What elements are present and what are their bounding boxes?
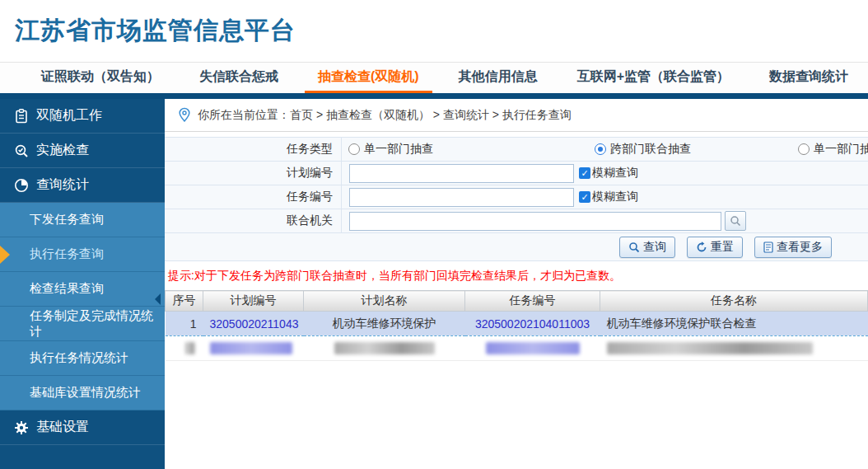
nav-tab-data-query-stats[interactable]: 数据查询统计 xyxy=(756,63,861,93)
sidebar-subitem-label: 检查结果查询 xyxy=(30,281,104,297)
task-no-fuzzy-checkbox[interactable]: ✓ 模糊查询 xyxy=(579,190,638,204)
radio-label: 单一部门抽查 xyxy=(364,142,433,157)
sidebar-subitem-inspection-result-query[interactable]: 检查结果查询 xyxy=(0,272,165,307)
sidebar-item-double-random-work[interactable]: 双随机工作 xyxy=(0,99,165,134)
sidebar-item-implement-inspection[interactable]: 实施检查 xyxy=(0,134,165,168)
pie-chart-icon xyxy=(13,177,30,194)
col-header-plan-no[interactable]: 计划编号 xyxy=(203,291,304,312)
sidebar: 双随机工作 实施检查 查询统计 下发任务查询 执行任务查询 检查结果查询 任务制… xyxy=(0,99,165,469)
radio-cross-department-joint[interactable]: 跨部门联合抽查 xyxy=(595,142,691,157)
document-icon xyxy=(763,242,773,253)
page-header: 江苏省市场监管信息平台 xyxy=(0,0,868,62)
nav-tab-license-linkage[interactable]: 证照联动（双告知） xyxy=(28,63,173,93)
radio-icon[interactable] xyxy=(348,143,360,155)
redacted-plan-name xyxy=(334,342,435,354)
gear-icon xyxy=(13,420,30,436)
table-header-row: 序号 计划编号 计划名称 任务编号 任务名称 xyxy=(166,291,868,312)
top-nav: 证照联动（双告知） 失信联合惩戒 抽查检查(双随机) 其他信用信息 互联网+监管… xyxy=(0,62,868,93)
sidebar-filler xyxy=(0,445,165,469)
form-row-task-type: 任务类型 单一部门抽查 跨部门联合抽查 单一部门抽查（下级检查） xyxy=(165,138,868,162)
col-header-task-name[interactable]: 任务名称 xyxy=(600,291,868,312)
query-form: 任务类型 单一部门抽查 跨部门联合抽查 单一部门抽查（下级检查） xyxy=(165,137,868,261)
sidebar-item-label: 查询统计 xyxy=(36,176,89,194)
radio-label: 单一部门抽查（下级检查） xyxy=(814,142,868,157)
fuzzy-label: 模糊查询 xyxy=(592,190,638,204)
col-header-task-no[interactable]: 任务编号 xyxy=(465,291,600,312)
sidebar-item-query-statistics[interactable]: 查询统计 xyxy=(0,168,165,203)
location-pin-icon xyxy=(178,107,191,123)
form-row-joint-org: 联合机关 xyxy=(165,209,868,233)
form-row-task-no: 任务编号 ✓ 模糊查询 xyxy=(165,185,868,209)
cell-seq: 1 xyxy=(166,312,203,336)
breadcrumb-text: 你所在当前位置：首页 > 抽查检查（双随机） > 查询统计 > 执行任务查询 xyxy=(198,108,572,123)
magnifier-icon xyxy=(730,215,741,227)
sidebar-subitem-label: 任务制定及完成情况统计 xyxy=(30,308,165,340)
checkbox-checked-icon[interactable]: ✓ xyxy=(579,167,590,179)
joint-org-input[interactable] xyxy=(349,212,721,231)
joint-org-search-button[interactable] xyxy=(725,211,746,231)
results-table: 序号 计划编号 计划名称 任务编号 任务名称 1 32050020211043 … xyxy=(165,290,868,361)
site-title: 江苏省市场监管信息平台 xyxy=(15,14,868,48)
refresh-icon xyxy=(696,242,707,253)
sidebar-subitem-label: 执行任务情况统计 xyxy=(30,350,128,366)
sidebar-subitem-base-library-stats[interactable]: 基础库设置情况统计 xyxy=(0,376,165,410)
clipboard-icon xyxy=(13,108,30,124)
col-header-plan-name[interactable]: 计划名称 xyxy=(304,291,465,312)
reset-button-label: 重置 xyxy=(711,240,734,255)
table-row-redacted[interactable] xyxy=(166,336,868,361)
cell-task-name: 机动车维修环境保护联合检查 xyxy=(600,312,868,336)
sidebar-subitem-label: 执行任务查询 xyxy=(30,246,104,262)
redacted-task-no xyxy=(486,342,580,354)
sidebar-item-basic-settings[interactable]: 基础设置 xyxy=(0,410,165,445)
redacted-task-name xyxy=(607,342,813,354)
task-no-label: 任务编号 xyxy=(165,185,342,209)
plan-no-label: 计划编号 xyxy=(165,162,342,185)
view-more-button[interactable]: 查看更多 xyxy=(754,237,832,258)
radio-label: 跨部门联合抽查 xyxy=(610,142,691,157)
fuzzy-label: 模糊查询 xyxy=(592,166,638,181)
task-no-input[interactable] xyxy=(349,188,574,207)
sidebar-subitem-task-completion-stats[interactable]: 任务制定及完成情况统计 xyxy=(0,307,165,341)
redacted-plan-no xyxy=(210,342,292,354)
sidebar-subitem-label: 下发任务查询 xyxy=(30,212,104,227)
plan-no-input[interactable] xyxy=(349,164,574,183)
sidebar-collapse-icon[interactable] xyxy=(155,293,161,305)
cell-plan-name: 机动车维修环境保护 xyxy=(304,312,465,336)
task-type-label: 任务类型 xyxy=(165,138,342,161)
sidebar-subitem-issued-task-query[interactable]: 下发任务查询 xyxy=(0,203,165,237)
col-header-seq[interactable]: 序号 xyxy=(166,291,203,312)
search-button[interactable]: 查询 xyxy=(619,237,675,258)
nav-tab-random-inspection[interactable]: 抽查检查(双随机) xyxy=(305,63,432,93)
plan-no-fuzzy-checkbox[interactable]: ✓ 模糊查询 xyxy=(579,166,638,181)
form-buttons-row: 查询 重置 查看更多 xyxy=(165,233,868,261)
form-row-plan-no: 计划编号 ✓ 模糊查询 xyxy=(165,162,868,185)
checkbox-checked-icon[interactable]: ✓ xyxy=(579,191,590,203)
radio-single-department-lower-level[interactable]: 单一部门抽查（下级检查） xyxy=(798,142,868,157)
main-content: 你所在当前位置：首页 > 抽查检查（双随机） > 查询统计 > 执行任务查询 任… xyxy=(165,99,868,469)
search-button-label: 查询 xyxy=(643,240,666,255)
breadcrumb: 你所在当前位置：首页 > 抽查检查（双随机） > 查询统计 > 执行任务查询 xyxy=(165,99,868,132)
sidebar-subitem-execute-task-query[interactable]: 执行任务查询 xyxy=(0,237,165,272)
active-arrow-icon xyxy=(0,246,10,264)
nav-tab-dishonesty-punishment[interactable]: 失信联合惩戒 xyxy=(186,63,292,93)
plan-no-link[interactable]: 32050020211043 xyxy=(210,317,299,331)
radio-single-department[interactable]: 单一部门抽查 xyxy=(348,142,433,157)
reset-button[interactable]: 重置 xyxy=(687,237,743,258)
nav-tab-internet-supervision[interactable]: 互联网+监管（联合监管） xyxy=(564,63,743,93)
nav-underline-bar xyxy=(0,93,868,99)
sidebar-subitem-label: 基础库设置情况统计 xyxy=(30,385,141,401)
nav-tab-other-credit-info[interactable]: 其他信用信息 xyxy=(446,63,551,93)
hint-text: 提示:对于下发任务为跨部门联合抽查时，当所有部门回填完检查结果后，才归为已查数。 xyxy=(165,261,868,290)
magnifier-icon xyxy=(628,242,640,253)
radio-selected-icon[interactable] xyxy=(595,143,606,155)
redacted-seq xyxy=(185,342,195,354)
radio-icon[interactable] xyxy=(798,143,810,155)
joint-org-label: 联合机关 xyxy=(165,209,342,232)
search-check-icon xyxy=(13,143,30,159)
sidebar-item-label: 基础设置 xyxy=(36,419,89,436)
sidebar-subitem-execute-task-stats[interactable]: 执行任务情况统计 xyxy=(0,341,165,376)
table-row[interactable]: 1 32050020211043 机动车维修环境保护 3205002021040… xyxy=(166,312,868,336)
sidebar-item-label: 实施检查 xyxy=(36,142,89,159)
view-more-button-label: 查看更多 xyxy=(777,240,823,255)
task-no-link[interactable]: 320500202104011003 xyxy=(475,317,590,331)
